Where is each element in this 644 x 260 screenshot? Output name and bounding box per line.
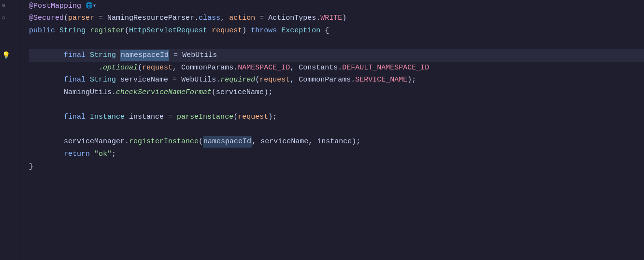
token-optional: optional (103, 62, 138, 74)
token-httpservlet: HttpServletRequest (129, 25, 207, 37)
token-space2 (55, 25, 59, 37)
gutter-row-8 (0, 86, 24, 99)
token-space11 (125, 111, 129, 123)
token-servicename-arg: serviceName (216, 87, 264, 98)
token-eq1: = (94, 13, 107, 24)
code-line-11 (29, 123, 644, 136)
token-register: register (90, 25, 125, 37)
code-line-9 (29, 99, 644, 111)
token-request1: request (212, 25, 242, 37)
code-line-4 (29, 37, 644, 50)
token-string-type2: String (90, 50, 116, 61)
token-request2: request (142, 62, 172, 74)
token-namingutils: NamingUtils. (64, 87, 116, 98)
token-paren12: ( (199, 136, 203, 148)
token-paren11: ); (268, 111, 277, 123)
token-space9 (116, 74, 120, 86)
token-postmapping: @PostMapping (29, 0, 81, 12)
token-space10 (86, 111, 90, 123)
token-paren9: ); (264, 87, 272, 98)
token-return: return (64, 149, 90, 160)
token-comma4: , (290, 74, 299, 86)
code-line-14: } (29, 161, 644, 173)
token-instance-var: instance (129, 111, 164, 123)
code-line-6: .optional(request, CommonParams.NAMESPAC… (29, 62, 644, 74)
code-line-10: final Instance instance = parseInstance(… (29, 111, 644, 123)
gutter-row-7 (0, 74, 24, 87)
token-arrow: ▾ (93, 1, 96, 11)
token-servicename-var: serviceName (120, 74, 168, 86)
token-parseinstance: parseInstance (177, 111, 233, 123)
token-webutils2: WebUtils. (181, 74, 220, 86)
token-final3: final (64, 111, 86, 123)
token-string-type3: String (90, 74, 116, 86)
gutter-row-3 (0, 25, 24, 37)
token-namespaceid-arg: namespaceId (203, 136, 252, 148)
token-default-ns: DEFAULT_NAMESPACE_ID (342, 62, 429, 74)
token-action-param: action (229, 13, 255, 24)
token-naming: NamingResourceParser (107, 13, 194, 24)
token-namespaceid-var: namespaceId (120, 50, 169, 61)
token-throws: throws (251, 25, 277, 37)
token-final2: final (64, 74, 86, 86)
token-paren7: ); (407, 74, 416, 86)
gutter-row-12 (0, 136, 24, 149)
token-closing-brace: } (29, 161, 33, 173)
token-indent1 (29, 50, 64, 61)
code-line-2: @Secured(parser = NamingResourceParser.c… (29, 13, 644, 25)
token-comma6: , (308, 136, 317, 148)
token-space7 (116, 50, 120, 61)
token-write: WRITE (320, 13, 342, 24)
gutter-row-9 (0, 99, 24, 111)
gutter-row-1: ⊖ (0, 0, 24, 13)
token-semi: ; (112, 149, 116, 160)
gutter-row-2: ⊖ (0, 13, 24, 25)
gutter-row-14 (0, 161, 24, 173)
gutter-row-4 (0, 37, 24, 50)
token-servicemanager: serviceManager. (64, 136, 129, 148)
token-checkformat: checkServiceNameFormat (116, 87, 212, 98)
token-space3 (86, 25, 90, 37)
code-line-5: final String namespaceId = WebUtils (29, 49, 644, 62)
token-paren5: ( (138, 62, 142, 74)
token-space12 (90, 149, 94, 160)
token-required: required (220, 74, 255, 86)
token-class: class (199, 13, 220, 24)
token-request3: request (259, 74, 290, 86)
token-commonparams2: CommonParams. (299, 74, 355, 86)
fold-icon-1[interactable]: ⊖ (2, 1, 5, 11)
gutter-row-6 (0, 62, 24, 74)
token-paren10: ( (233, 111, 238, 123)
fold-icon-2[interactable]: ⊖ (2, 14, 5, 23)
code-line-12: serviceManager.registerInstance(namespac… (29, 136, 644, 149)
token-indent3 (29, 74, 64, 86)
gutter-row-10 (0, 111, 24, 123)
token-secured: @Secured (29, 13, 64, 24)
token-paren3: ( (125, 25, 129, 37)
token-comma3: , (290, 62, 299, 74)
gutter-row-5: 💡 (0, 49, 24, 62)
token-paren13: ); (352, 136, 360, 148)
line-gutter: ⊖ ⊖ 💡 (0, 0, 24, 260)
token-eq2: = (255, 13, 268, 24)
token-eq4: = (168, 74, 181, 86)
token-paren8: ( (212, 87, 216, 98)
token-comma5: , (252, 136, 260, 148)
token-eq5: = (164, 111, 177, 123)
bulb-icon[interactable]: 💡 (2, 50, 10, 61)
token-namespace-id-const: NAMESPACE_ID (238, 62, 290, 74)
token-comma1: , (220, 13, 229, 24)
token-ok-string: "ok" (94, 149, 112, 160)
token-instance-arg: instance (317, 136, 352, 148)
token-webutils1: WebUtils (182, 50, 217, 61)
token-indent5 (29, 111, 64, 123)
token-dot1: . (194, 13, 199, 24)
token-space1 (81, 0, 86, 12)
token-space6 (86, 50, 90, 61)
token-exception: Exception (281, 25, 320, 37)
code-content[interactable]: @PostMapping 🌐 ▾ @Secured(parser = Namin… (24, 0, 644, 260)
token-servicename-arg2: serviceName (260, 136, 308, 148)
token-service-name-const: SERVICE_NAME (355, 74, 407, 86)
code-editor: ⊖ ⊖ 💡 @PostMapping 🌐 ▾ (0, 0, 644, 260)
code-line-1: @PostMapping 🌐 ▾ (29, 0, 644, 13)
